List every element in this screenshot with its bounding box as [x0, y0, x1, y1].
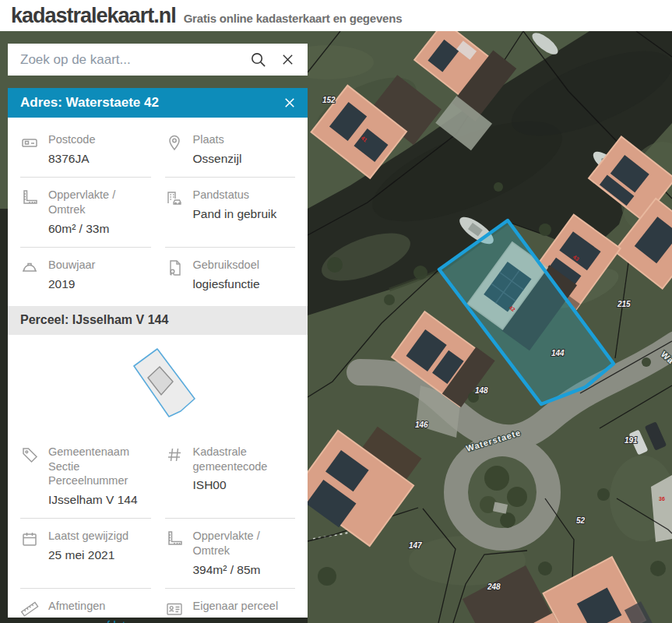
parcel-diagram — [8, 335, 308, 430]
panel-title: Adres: Waterstaete 42 — [20, 95, 159, 111]
field-value: logiesfunctie — [193, 276, 260, 292]
magnifier-icon[interactable] — [248, 51, 267, 69]
field-label: Gebruiksdoel — [193, 258, 260, 273]
field-gemeentenaam: Gemeentenaam Sectie Perceelnummer IJssel… — [20, 435, 151, 519]
svg-text:52: 52 — [576, 516, 586, 525]
field-value: ISH00 — [193, 477, 296, 493]
field-laatst-gewijzigd: Laatst gewijzigd 25 mei 2021 — [20, 519, 151, 589]
svg-text:147: 147 — [409, 541, 422, 550]
svg-text:148: 148 — [475, 386, 488, 395]
field-postcode: Postcode 8376JA — [20, 122, 151, 178]
field-label: Oppervlakte / Omtrek — [48, 188, 151, 217]
afmetingen-opvragen-link[interactable]: opvragen of laten meten — [48, 618, 151, 623]
field-eigenaar: Eigenaar perceel opvragen — [165, 589, 296, 623]
document-seal-icon — [165, 259, 184, 277]
mailbox-icon — [20, 133, 39, 152]
field-gebruiksdoel: Gebruiksdoel logiesfunctie — [165, 248, 296, 302]
field-label: Pandstatus — [193, 188, 277, 202]
hash-icon — [165, 445, 184, 464]
field-label: Gemeentenaam Sectie Perceelnummer — [48, 445, 151, 489]
calendar-icon — [20, 530, 39, 548]
field-value: 25 mei 2021 — [48, 547, 128, 563]
field-pandstatus: Pandstatus Pand in gebruik — [165, 178, 296, 248]
helmet-icon — [20, 259, 39, 277]
field-value: IJsselham V 144 — [48, 492, 151, 508]
field-label: Oppervlakte / Omtrek — [193, 529, 296, 558]
parcel-fields: Gemeentenaam Sectie Perceelnummer IJssel… — [8, 430, 308, 623]
field-value: 8376JA — [48, 151, 95, 167]
svg-text:248: 248 — [487, 583, 501, 591]
field-label: Plaats — [193, 132, 242, 147]
field-label: Laatst gewijzigd — [48, 529, 128, 544]
ruler-square-icon — [20, 188, 39, 207]
field-value: Pand in gebruik — [193, 206, 277, 222]
site-header: kadastralekaart.nl Gratis online kadaste… — [0, 0, 672, 31]
id-card-icon — [165, 600, 184, 618]
address-fields: Postcode 8376JA Plaats Ossenzijl — [8, 118, 308, 302]
search-input[interactable] — [8, 52, 248, 68]
svg-text:191: 191 — [625, 436, 638, 445]
field-label: Postcode — [48, 132, 95, 147]
field-bouwjaar: Bouwjaar 2019 — [20, 248, 151, 302]
field-label: Bouwjaar — [48, 258, 95, 273]
field-label: Afmetingen — [48, 599, 151, 614]
field-label: Eigenaar perceel — [193, 599, 279, 614]
tag-icon — [20, 445, 39, 464]
field-value: Ossenzijl — [193, 151, 242, 167]
ruler-diagonal-icon — [20, 600, 39, 618]
panel-header: Adres: Waterstaete 42 — [8, 88, 308, 118]
field-plaats: Plaats Ossenzijl — [165, 122, 296, 178]
field-gemeentecode: Kadastrale gemeentecode ISH00 — [165, 435, 296, 519]
field-afmetingen: Afmetingen opvragen of laten meten — [20, 589, 151, 623]
field-value: 60m² / 33m — [48, 221, 151, 237]
ruler-square-icon — [165, 530, 184, 548]
field-oppervlakte-perceel: Oppervlakte / Omtrek 394m² / 85m — [165, 519, 296, 589]
field-oppervlakte-pand: Oppervlakte / Omtrek 60m² / 33m — [20, 178, 151, 248]
eigenaar-opvragen-link[interactable]: opvragen — [193, 618, 242, 623]
svg-text:36: 36 — [659, 496, 665, 502]
svg-text:146: 146 — [415, 421, 428, 429]
close-icon[interactable] — [283, 96, 297, 110]
address-info-panel: Adres: Waterstaete 42 Postcode 8376JA — [8, 88, 308, 618]
field-value: 2019 — [48, 276, 95, 292]
svg-text:152: 152 — [322, 96, 336, 104]
building-car-icon — [165, 188, 184, 207]
site-tagline: Gratis online kadasterkaart en gegevens — [184, 12, 403, 25]
field-label: Kadastrale gemeentecode — [193, 445, 296, 474]
svg-text:215: 215 — [617, 300, 631, 308]
search-bar — [8, 44, 308, 76]
parcel-section-title: Perceel: IJsselham V 144 — [8, 306, 308, 335]
close-icon[interactable] — [278, 51, 297, 69]
svg-text:144: 144 — [551, 349, 565, 357]
site-logo[interactable]: kadastralekaart.nl — [11, 5, 176, 28]
field-value: 394m² / 85m — [193, 562, 296, 578]
map-pin-icon — [165, 133, 184, 152]
